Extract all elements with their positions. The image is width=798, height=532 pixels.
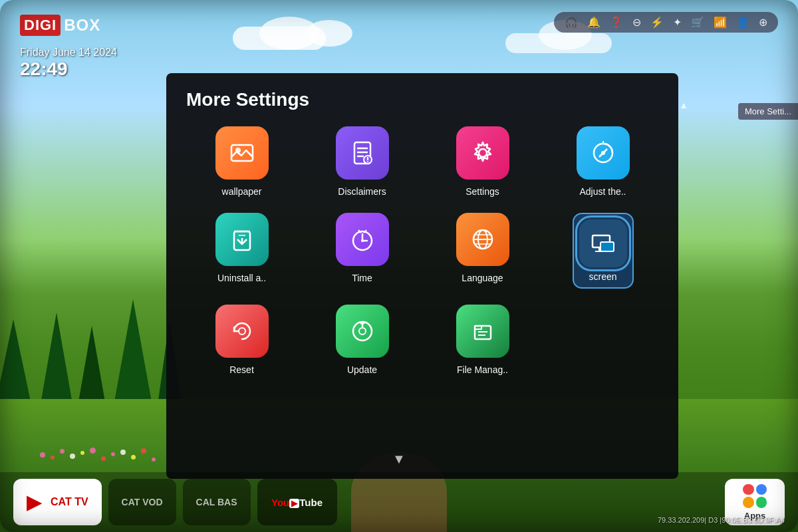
time-icon-wrapper: [336, 213, 389, 266]
filemanag-icon-wrapper: [456, 305, 509, 358]
language-label: Language: [462, 273, 503, 283]
help-icon: ❓: [610, 16, 623, 29]
bottom-item-cal-bas[interactable]: CAL BAS: [183, 479, 251, 525]
svg-rect-35: [475, 326, 481, 329]
adjust-label: Adjust the..: [579, 186, 626, 197]
uninstall-icon-wrapper: [215, 213, 269, 266]
settings-item-disclaimers[interactable]: Disclaimers: [307, 126, 418, 197]
apps-dot-yellow: [743, 497, 754, 508]
settings-item-update[interactable]: Update: [307, 305, 418, 375]
bluetooth-icon: ✦: [673, 16, 682, 29]
filemanag-icon: [469, 318, 496, 344]
apps-dot-green: [756, 497, 767, 508]
settings-item-language[interactable]: Language: [427, 213, 538, 289]
plus-circle-icon: ⊕: [759, 16, 767, 29]
svg-point-8: [367, 161, 368, 162]
datetime: Friday June 14 2024 22:49: [20, 47, 117, 80]
minus-circle-icon: ⊖: [632, 16, 641, 29]
update-label: Update: [347, 364, 377, 375]
cat-vod-label: CAT VOD: [122, 497, 163, 507]
apps-dots-grid: [743, 484, 767, 508]
user-icon: 👤: [736, 16, 749, 29]
bell-icon: 🔔: [587, 16, 600, 29]
bottom-item-cat-vod[interactable]: CAT VOD: [108, 479, 176, 525]
settings-item-reset[interactable]: Reset: [186, 305, 297, 375]
top-status-bar: 🎧 🔔 ❓ ⊖ ⚡ ✦ 🛒 📶 👤 ⊕: [554, 12, 778, 33]
language-icon: [469, 226, 496, 253]
wifi-icon: 📶: [714, 16, 727, 29]
time-display: 22:49: [20, 59, 117, 80]
uninstall-icon: [229, 226, 255, 253]
update-icon: [349, 318, 376, 344]
svg-point-30: [239, 328, 245, 334]
uninstall-label: Uninstall a..: [217, 273, 266, 283]
reset-icon: [229, 318, 255, 344]
bottom-item-youtube[interactable]: You▶Tube: [257, 479, 337, 525]
update-icon-wrapper: [336, 305, 389, 358]
reset-label: Reset: [229, 364, 254, 375]
screen-icon-wrapper: [579, 219, 627, 267]
scroll-up-arrow[interactable]: ▲: [679, 100, 688, 110]
apps-dot-red: [743, 484, 754, 495]
settings-item-wallpaper[interactable]: wallpaper: [186, 126, 297, 197]
box-text: BOX: [64, 16, 100, 35]
lightning-icon: ⚡: [650, 16, 664, 29]
settings-item-settings[interactable]: Settings: [427, 126, 538, 197]
wallpaper-label: wallpaper: [222, 186, 262, 197]
language-icon-wrapper: [456, 213, 509, 266]
svg-point-18: [361, 239, 364, 242]
bottom-item-cat-tv[interactable]: ▶ CAT TV: [13, 479, 102, 525]
cal-bas-label: CAL BAS: [196, 497, 237, 507]
time-clock-icon: [349, 226, 376, 253]
wallpaper-icon: [229, 140, 255, 166]
date-display: Friday June 14 2024: [20, 47, 117, 59]
settings-panel: More Settings wallpaper: [166, 73, 678, 479]
settings-item-adjust[interactable]: Adjust the..: [547, 126, 658, 197]
settings-item-time[interactable]: Time: [307, 213, 418, 289]
screen-label: screen: [579, 271, 627, 282]
filemanag-label: File Manag..: [457, 364, 508, 375]
disclaimers-icon-wrapper: [336, 126, 389, 180]
settings-item-filemanag[interactable]: File Manag..: [427, 305, 538, 375]
cart-icon: 🛒: [691, 16, 704, 29]
settings-label: Settings: [466, 186, 499, 197]
time-label: Time: [352, 273, 372, 283]
settings-panel-title: More Settings: [186, 89, 658, 110]
cat-tv-play-icon: ▶: [27, 491, 41, 513]
adjust-icon-wrapper: [577, 126, 630, 180]
status-bar: 79.33.202.209| D3 |90:0E:B3:6D:9F:A4: [658, 516, 785, 524]
svg-point-11: [601, 151, 605, 155]
reset-icon-wrapper: [215, 305, 269, 358]
youtube-label: You▶Tube: [271, 497, 323, 508]
disclaimers-icon: [349, 140, 376, 166]
svg-point-9: [479, 149, 487, 157]
wallpaper-icon-wrapper: [215, 126, 269, 180]
settings-item-screen[interactable]: screen: [547, 213, 658, 289]
headphone-icon: 🎧: [565, 16, 578, 29]
settings-gear-icon: [469, 140, 496, 166]
more-settings-label: More Setti...: [738, 103, 798, 120]
cat-tv-label: CAT TV: [51, 496, 88, 508]
svg-rect-27: [600, 242, 614, 251]
digibox-logo: DIGI BOX: [20, 15, 100, 36]
apps-dot-blue: [756, 484, 767, 495]
svg-point-32: [359, 328, 366, 334]
settings-grid: wallpaper Disclaimers: [186, 126, 658, 375]
scroll-down-arrow[interactable]: ▼: [392, 452, 406, 467]
digi-text: DIGI: [20, 15, 61, 36]
status-text: 79.33.202.209| D3 |90:0E:B3:6D:9F:A4: [658, 516, 785, 524]
screen-mirror-icon: [590, 230, 616, 257]
disclaimers-label: Disclaimers: [338, 186, 386, 197]
settings-item-uninstall[interactable]: Uninstall a..: [186, 213, 297, 289]
settings-icon-wrapper: [456, 126, 509, 180]
adjust-icon: [590, 140, 616, 166]
